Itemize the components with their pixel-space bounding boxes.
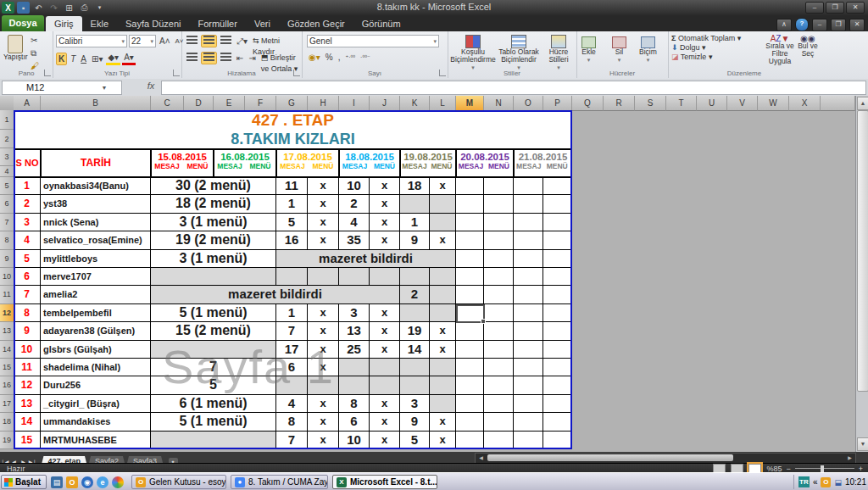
row-header-16[interactable]: 16 [0, 376, 14, 394]
cell-r4-c4[interactable]: 9 [400, 231, 430, 249]
workbook-restore-button[interactable]: ❐ [831, 19, 846, 31]
cell-r10-c1[interactable]: x [308, 341, 339, 359]
cell-r4-c5[interactable]: x [430, 231, 456, 249]
cell-empty-r13[interactable] [514, 395, 543, 413]
cell-total-3[interactable]: 3 (1 menü) [151, 214, 276, 231]
cell-empty-r9[interactable] [484, 322, 514, 340]
workbook-close-button[interactable]: ✕ [849, 19, 865, 31]
collapse-ribbon-icon[interactable]: ∧ [776, 19, 792, 31]
cell-r14-c0[interactable]: 8 [276, 413, 308, 431]
cell-r13-c2[interactable]: 8 [339, 395, 370, 413]
cell-empty-r7[interactable] [456, 286, 484, 303]
quicklaunch-ie-icon[interactable]: e [97, 476, 108, 488]
font-color-icon[interactable]: A▾ [122, 52, 136, 65]
cell-r14-c1[interactable]: x [308, 413, 339, 431]
zoom-level[interactable]: %85 [766, 465, 782, 473]
scroll-left-icon[interactable]: ◀ [476, 454, 486, 462]
cell-empty-r1[interactable] [484, 177, 514, 195]
cell-r10-c0[interactable]: 17 [276, 341, 308, 359]
scroll-right-icon[interactable]: ▶ [845, 454, 854, 462]
cell-empty-r6[interactable] [514, 268, 543, 286]
underline-button[interactable]: A [79, 53, 88, 64]
paste-button[interactable]: Yapıştır [3, 35, 28, 61]
cell-r13-c4[interactable]: 3 [400, 395, 430, 413]
cell-r1-c4[interactable]: 18 [400, 177, 430, 195]
increase-decimal-icon[interactable]: ⁺·⁰⁰ [343, 52, 357, 63]
cell-empty-r6[interactable] [484, 268, 514, 286]
currency-icon[interactable]: ◉▾ [307, 52, 322, 63]
cell-sno-6[interactable]: 6 [14, 268, 41, 286]
column-header-N[interactable]: N [484, 96, 514, 111]
cell-total-12[interactable]: 5 [151, 376, 276, 394]
cell-r9-c0[interactable]: 7 [276, 322, 308, 340]
column-header-B[interactable]: B [41, 96, 151, 111]
clipboard-dialog-launcher[interactable] [44, 70, 51, 76]
cell-sno-5[interactable]: 5 [14, 250, 41, 268]
row-header-18[interactable]: 18 [0, 413, 14, 431]
cell-empty-r4[interactable] [514, 231, 543, 249]
delete-cells-button[interactable]: Sil▾ [612, 36, 626, 64]
cell-sno-2[interactable]: 2 [14, 195, 41, 213]
cell-sno-13[interactable]: 13 [14, 395, 41, 413]
cell-empty-r14[interactable] [514, 413, 543, 431]
cell-name-4[interactable]: selvatico_rosa(Emine) [41, 231, 151, 249]
cell-sno-7[interactable]: 7 [14, 286, 41, 303]
column-header-H[interactable]: H [308, 96, 339, 111]
quicklaunch-chrome-icon[interactable] [112, 476, 124, 488]
cell-r2-c1[interactable]: x [308, 195, 339, 213]
cell-sno-8[interactable]: 8 [14, 304, 41, 322]
cell-r6-c1[interactable] [308, 268, 339, 286]
cell-r11-c1[interactable]: x [308, 359, 339, 376]
cell-empty-r14[interactable] [456, 413, 484, 431]
cell-name-15[interactable]: MRTMUHASEBE [41, 432, 151, 449]
cell-styles-button[interactable]: Hücre Stilleri▾ [542, 35, 575, 71]
cell-name-1[interactable]: oynakbasi34(Banu) [41, 177, 151, 195]
cell-r4-c1[interactable]: x [308, 231, 339, 249]
printer-icon[interactable]: ⎙ [78, 2, 91, 14]
cell-empty-r9[interactable] [543, 322, 572, 340]
insert-cells-button[interactable]: Ekle▾ [581, 36, 596, 64]
cell-r9-c1[interactable]: x [308, 322, 339, 340]
selected-cell-M12[interactable] [456, 304, 485, 323]
cell-sno-15[interactable]: 15 [14, 432, 41, 449]
ribbon-tab-gözden-geçir[interactable]: Gözden Geçir [279, 16, 353, 32]
cell-sno-3[interactable]: 3 [14, 214, 41, 231]
tray-outlook-icon[interactable]: O [821, 477, 831, 487]
column-header-partial[interactable] [821, 96, 855, 111]
cell-empty-r11[interactable] [484, 359, 514, 376]
cell-empty-r5[interactable] [484, 250, 514, 268]
cell-empty-r2[interactable] [543, 195, 572, 213]
row-header-3[interactable]: 3 [0, 148, 14, 166]
cell-empty-r15[interactable] [543, 432, 572, 449]
cell-total-11[interactable]: 7 [151, 359, 276, 376]
column-header-C[interactable]: C [151, 96, 184, 111]
redo-icon[interactable]: ↷ [47, 2, 60, 14]
cell-r10-c3[interactable]: x [370, 341, 400, 359]
ribbon-tab-ekle[interactable]: Ekle [82, 16, 117, 32]
cell-r3-c4[interactable]: 1 [400, 214, 430, 231]
cell-sno-11[interactable]: 11 [14, 359, 41, 376]
horizontal-scroll-thumb[interactable] [487, 454, 733, 461]
cell-r2-c0[interactable]: 1 [276, 195, 308, 213]
cell-empty-r12[interactable] [484, 376, 514, 394]
cell-name-3[interactable]: nnick (Sena) [41, 214, 151, 231]
cell-r6-c0[interactable] [276, 268, 308, 286]
cell-name-13[interactable]: _citygirl_ (Büşra) [41, 395, 151, 413]
minimize-button[interactable]: – [805, 2, 824, 14]
cell-r1-c1[interactable]: x [308, 177, 339, 195]
increase-indent-icon[interactable]: ⇥ [247, 53, 257, 64]
cell-r3-c0[interactable]: 5 [276, 214, 308, 231]
cell-empty-r12[interactable] [514, 376, 543, 394]
quicklaunch-media-icon[interactable]: ◉ [81, 476, 93, 488]
cell-empty-r10[interactable] [514, 341, 543, 359]
cell-empty-r9[interactable] [514, 322, 543, 340]
column-header-U[interactable]: U [697, 96, 727, 111]
cell-total-8[interactable]: 5 (1 menü) [151, 304, 276, 322]
task-button-2[interactable]: ●8. Takım / CUMA Zayıfla... [231, 475, 328, 489]
cell-empty-r14[interactable] [484, 413, 514, 431]
cell-r7-c4[interactable]: 2 [400, 286, 430, 303]
save-icon[interactable]: ▪ [17, 2, 30, 14]
cell-r10-c4[interactable]: 14 [400, 341, 430, 359]
cell-empty-r3[interactable] [484, 214, 514, 231]
cell-r1-c0[interactable]: 11 [276, 177, 308, 195]
